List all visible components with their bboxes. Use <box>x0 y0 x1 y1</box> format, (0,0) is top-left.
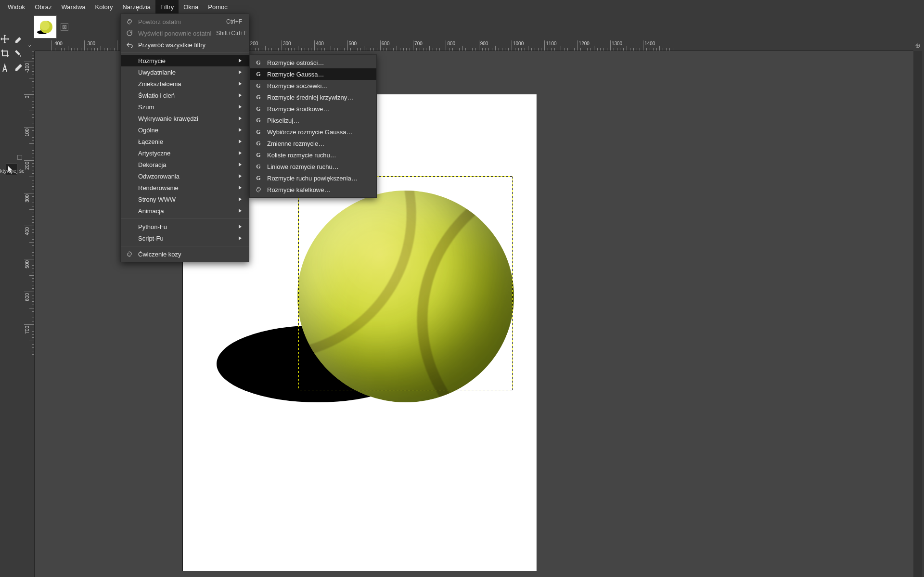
ruler-v-tick: 300 <box>24 193 30 204</box>
close-tab-button[interactable]: ⊠ <box>61 23 68 31</box>
menu-item[interactable]: Światło i cień <box>121 90 249 101</box>
color-picker-tool[interactable] <box>13 62 24 74</box>
blank-icon <box>126 223 133 231</box>
submenu-arrow-icon <box>238 207 242 215</box>
menu-separator <box>121 218 249 219</box>
menu-item[interactable]: GPikselizuj… <box>250 115 376 126</box>
menu-item-label: Renderowanie <box>138 184 233 192</box>
ruler-h-tick: 800 <box>447 41 455 46</box>
submenu-arrow-icon <box>238 173 242 180</box>
menu-kolory[interactable]: Kolory <box>90 0 118 13</box>
menu-item[interactable]: GKoliste rozmycie ruchu… <box>250 149 376 161</box>
menu-item-label: Rozmycie średniej krzywizny… <box>267 94 370 101</box>
menu-obraz[interactable]: Obraz <box>30 0 56 13</box>
menu-separator <box>121 246 249 246</box>
menu-item[interactable]: GRozmycie ruchu powiększenia… <box>250 172 376 184</box>
ruler-h-tick: 900 <box>480 41 488 46</box>
text-tool[interactable] <box>0 62 11 74</box>
ruler-h-tick: 600 <box>382 41 390 46</box>
blank-icon: G <box>255 105 262 113</box>
menu-bar: WidokObrazWarstwaKoloryNarzędziaFiltryOk… <box>0 0 924 13</box>
menu-item-label: Łączenie <box>138 138 233 145</box>
menu-narzędzia[interactable]: Narzędzia <box>117 0 155 13</box>
menu-item[interactable]: GZmienne rozmycie… <box>250 138 376 149</box>
bucket-fill-tool[interactable] <box>13 48 24 59</box>
blank-icon: G <box>255 128 262 136</box>
blank-icon <box>126 126 133 134</box>
panel-collapse-icon[interactable] <box>17 155 22 160</box>
submenu-arrow-icon <box>238 92 242 99</box>
menu-item-label: Artystyczne <box>138 150 233 157</box>
menu-item[interactable]: Uwydatnianie <box>121 66 249 78</box>
blank-icon <box>126 234 133 242</box>
menu-item-label: Script-Fu <box>138 235 233 242</box>
link-icon <box>255 186 262 193</box>
blank-icon: G <box>255 151 262 159</box>
crop-tool[interactable] <box>0 48 11 59</box>
menu-item-label: Dekoracja <box>138 161 233 168</box>
ruler-h-tick: 200 <box>250 41 258 46</box>
menu-item[interactable]: Script-Fu <box>121 232 249 244</box>
menu-item: Powtórz ostatniCtrl+F <box>121 16 249 27</box>
menu-item[interactable]: Rozmycie kafelkowe… <box>250 184 376 195</box>
ruler-origin[interactable] <box>24 40 35 51</box>
blank-icon: G <box>255 163 262 170</box>
menu-item-label: Rozmycie <box>138 57 233 64</box>
menu-item-label: Wykrywanie krawędzi <box>138 115 233 122</box>
menu-item[interactable]: Dekoracja <box>121 159 249 170</box>
menu-item[interactable]: GRozmycie Gaussa… <box>250 68 376 80</box>
menu-item[interactable]: GWybiórcze rozmycie Gaussa… <box>250 126 376 138</box>
blank-icon <box>126 80 133 88</box>
menu-item[interactable]: Python-Fu <box>121 221 249 232</box>
menu-pomoc[interactable]: Pomoc <box>203 0 232 13</box>
eraser-tool[interactable] <box>13 33 24 45</box>
menu-item-label: Rozmycie ostrości… <box>267 59 370 66</box>
blank-icon <box>126 138 133 145</box>
ruler-h-tick: 500 <box>349 41 357 46</box>
menu-widok[interactable]: Widok <box>3 0 30 13</box>
submenu-arrow-icon <box>238 138 242 145</box>
menu-item[interactable]: Szum <box>121 101 249 113</box>
menu-item-label: Rozmycie soczewki… <box>267 82 370 90</box>
menu-filtry[interactable]: Filtry <box>155 0 179 13</box>
menu-item[interactable]: GRozmycie soczewki… <box>250 80 376 91</box>
canvas-nav-button[interactable] <box>913 40 922 51</box>
menu-item[interactable]: Animacja <box>121 205 249 217</box>
menu-okna[interactable]: Okna <box>179 0 203 13</box>
menu-item[interactable]: GRozmycie średniej krzywizny… <box>250 91 376 103</box>
submenu-arrow-icon <box>238 196 242 203</box>
menu-item[interactable]: Ogólne <box>121 124 249 136</box>
menu-warstwa[interactable]: Warstwa <box>57 0 90 13</box>
ruler-h-tick: 300 <box>283 41 291 46</box>
menu-item[interactable]: Artystyczne <box>121 147 249 159</box>
submenu-arrow-icon <box>238 115 242 122</box>
menu-item-label: Animacja <box>138 207 233 215</box>
ruler-h-tick: -400 <box>53 41 63 46</box>
menu-item[interactable]: Wykrywanie krawędzi <box>121 113 249 124</box>
menu-item: Wyświetl ponownie ostatniShift+Ctrl+F <box>121 27 249 39</box>
tool-options-label: ktywnej ście <box>0 168 27 174</box>
menu-item[interactable]: Renderowanie <box>121 182 249 193</box>
menu-item[interactable]: Łączenie <box>121 136 249 147</box>
menu-item[interactable]: Przywróć wszystkie filtry <box>121 39 249 51</box>
submenu-arrow-icon <box>238 69 242 76</box>
menu-item-label: Rozmycie ruchu powiększenia… <box>267 175 370 182</box>
menu-item[interactable]: GRozmycie środkowe… <box>250 103 376 115</box>
menu-item-label: Przywróć wszystkie filtry <box>138 41 242 49</box>
menu-item[interactable]: Strony WWW <box>121 193 249 205</box>
menu-item[interactable]: Odwzorowania <box>121 170 249 182</box>
blank-icon <box>126 103 133 111</box>
menu-item[interactable]: Rozmycie <box>121 55 249 66</box>
menu-item[interactable]: GRozmycie ostrości… <box>250 57 376 68</box>
svg-point-2 <box>40 21 50 30</box>
menu-item[interactable]: Ćwiczenie kozy <box>121 248 249 260</box>
menu-item-label: Ćwiczenie kozy <box>138 251 242 258</box>
link-icon <box>126 250 133 258</box>
move-tool[interactable] <box>0 33 11 45</box>
menu-item[interactable]: Zniekształcenia <box>121 78 249 90</box>
blank-icon <box>126 149 133 157</box>
menu-item[interactable]: GLiniowe rozmycie ruchu… <box>250 161 376 172</box>
blank-icon <box>126 115 133 122</box>
document-tab[interactable]: ⊠ <box>29 13 73 40</box>
ruler-vertical[interactable]: -200-1000100200300400500600700 <box>24 51 35 577</box>
